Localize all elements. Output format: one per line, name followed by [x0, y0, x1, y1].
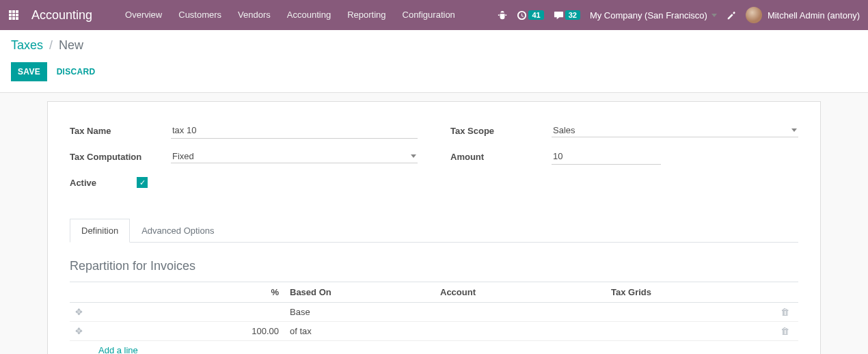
form-col-right: Tax Scope Sales Amount — [450, 121, 798, 199]
form-sheet: Tax Name Tax Computation Fixed Active ✓ — [47, 101, 821, 354]
select-tax-computation[interactable]: Fixed — [171, 150, 418, 163]
cell-percent[interactable]: 100.00 — [93, 322, 284, 341]
select-tax-scope-value: Sales — [553, 125, 791, 135]
menu-reporting[interactable]: Reporting — [339, 0, 394, 30]
messaging-icon[interactable]: 32 — [554, 10, 580, 21]
caret-down-icon — [411, 154, 416, 158]
trash-icon[interactable]: 🗑 — [781, 326, 789, 336]
form-col-left: Tax Name Tax Computation Fixed Active ✓ — [70, 121, 418, 199]
apps-icon[interactable] — [8, 10, 19, 21]
cell-based-on[interactable]: of tax — [284, 322, 435, 341]
company-switcher[interactable]: My Company (San Francisco) — [590, 10, 717, 21]
col-percent: % — [93, 282, 284, 303]
checkbox-active[interactable]: ✓ — [137, 177, 148, 188]
app-brand: Accounting — [31, 8, 92, 23]
col-drag — [70, 282, 93, 303]
main-menu: Overview Customers Vendors Accounting Re… — [117, 0, 463, 30]
message-badge: 32 — [565, 10, 580, 20]
table-row[interactable]: ✥ Base 🗑 — [70, 303, 798, 322]
add-line-button[interactable]: Add a line — [98, 345, 138, 354]
user-name: Mitchell Admin (antony) — [768, 10, 860, 21]
cell-tax-grids[interactable] — [606, 322, 775, 341]
table-row[interactable]: ✥ 100.00 of tax 🗑 — [70, 322, 798, 341]
sheet-container: Tax Name Tax Computation Fixed Active ✓ — [0, 93, 868, 354]
label-tax-scope: Tax Scope — [450, 126, 552, 136]
input-tax-name[interactable] — [171, 122, 418, 139]
menu-overview[interactable]: Overview — [117, 0, 170, 30]
label-tax-computation: Tax Computation — [70, 152, 171, 162]
label-amount: Amount — [450, 152, 552, 162]
avatar — [746, 7, 762, 23]
input-amount[interactable] — [552, 148, 661, 165]
label-active: Active — [70, 178, 137, 188]
repartition-table: % Based On Account Tax Grids ✥ Base 🗑 — [70, 282, 798, 354]
tools-icon[interactable] — [727, 10, 736, 20]
col-based-on: Based On — [284, 282, 435, 303]
col-tax-grids: Tax Grids — [606, 282, 775, 303]
form-grid: Tax Name Tax Computation Fixed Active ✓ — [70, 121, 798, 199]
save-button[interactable]: SAVE — [11, 62, 47, 81]
tab-definition[interactable]: Definition — [70, 219, 130, 243]
breadcrumb-parent[interactable]: Taxes — [11, 38, 43, 52]
select-tax-computation-value: Fixed — [172, 151, 411, 161]
breadcrumb-current: New — [59, 38, 83, 52]
control-panel: Taxes / New SAVE DISCARD — [0, 30, 868, 93]
top-navbar: Accounting Overview Customers Vendors Ac… — [0, 0, 868, 30]
col-account: Account — [435, 282, 606, 303]
activity-icon[interactable]: 41 — [517, 10, 543, 21]
drag-handle-icon[interactable]: ✥ — [75, 307, 83, 317]
cell-percent[interactable] — [93, 303, 284, 322]
cell-account[interactable] — [435, 322, 606, 341]
menu-configuration[interactable]: Configuration — [394, 0, 463, 30]
activity-badge: 41 — [528, 10, 543, 20]
caret-down-icon — [711, 14, 717, 17]
menu-accounting[interactable]: Accounting — [279, 0, 339, 30]
cell-based-on[interactable]: Base — [284, 303, 435, 322]
col-delete — [775, 282, 798, 303]
breadcrumb: Taxes / New — [11, 38, 857, 53]
trash-icon[interactable]: 🗑 — [781, 307, 789, 317]
user-menu[interactable]: Mitchell Admin (antony) — [746, 7, 860, 23]
breadcrumb-separator: / — [49, 38, 53, 52]
menu-customers[interactable]: Customers — [170, 0, 230, 30]
menu-vendors[interactable]: Vendors — [230, 0, 279, 30]
section-repartition-title: Repartition for Invoices — [70, 259, 798, 273]
caret-down-icon — [791, 128, 797, 132]
tabs: Definition Advanced Options — [70, 218, 798, 243]
select-tax-scope[interactable]: Sales — [552, 124, 798, 137]
discard-button[interactable]: DISCARD — [50, 62, 103, 81]
cell-account[interactable] — [435, 303, 606, 322]
drag-handle-icon[interactable]: ✥ — [75, 326, 83, 336]
company-name: My Company (San Francisco) — [590, 10, 707, 21]
bug-icon[interactable] — [498, 10, 507, 20]
table-row-add: Add a line — [70, 341, 798, 355]
navbar-right: 41 32 My Company (San Francisco) Mitchel… — [498, 7, 860, 23]
tab-advanced-options[interactable]: Advanced Options — [130, 219, 226, 243]
label-tax-name: Tax Name — [70, 126, 171, 136]
cell-tax-grids[interactable] — [606, 303, 775, 322]
